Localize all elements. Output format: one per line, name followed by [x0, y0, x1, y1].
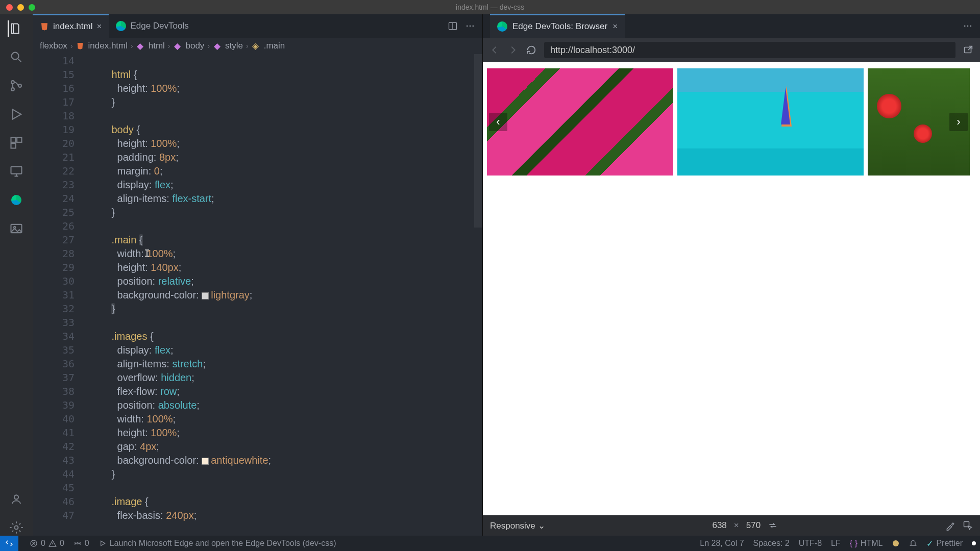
inspect-element-icon[interactable]	[963, 520, 973, 531]
editor-tabs: index.html × Edge DevTools	[33, 14, 482, 38]
launch-edge-hint[interactable]: Launch Microsoft Edge and open the Edge …	[99, 539, 336, 548]
browser-viewport[interactable]: ‹ ›	[483, 62, 980, 515]
breadcrumb[interactable]: flexbox› index.html› ◆html› ◆body› ◆styl…	[33, 38, 482, 54]
svg-point-14	[470, 26, 471, 27]
eol[interactable]: LF	[831, 539, 841, 548]
extensions-icon[interactable]	[8, 135, 24, 151]
cursor-position[interactable]: Ln 28, Col 7	[700, 539, 744, 548]
breadcrumb-item[interactable]: html	[149, 41, 165, 51]
svg-point-1	[11, 81, 14, 84]
image-icon[interactable]	[8, 220, 24, 237]
svg-rect-4	[11, 138, 16, 142]
chevron-right-icon: ›	[70, 42, 73, 50]
viewport-width[interactable]: 638	[712, 520, 726, 531]
tab-label: index.html	[53, 21, 92, 32]
devtools-tabs: Edge DevTools: Browser ×	[483, 14, 980, 38]
editor-tab-actions	[448, 21, 482, 31]
svg-point-17	[967, 26, 969, 27]
minimize-window-button[interactable]	[17, 4, 24, 11]
nav-forward-icon[interactable]	[507, 44, 519, 56]
run-debug-icon[interactable]	[8, 106, 24, 122]
edge-icon	[116, 21, 126, 31]
problems-button[interactable]: 0 0	[30, 539, 64, 548]
prettier-dot[interactable]	[972, 541, 976, 545]
tab-edge-devtools[interactable]: Edge DevTools	[109, 14, 195, 38]
prettier-status[interactable]: ✓ Prettier	[926, 539, 963, 548]
image-item[interactable]	[677, 68, 864, 176]
edge-icon	[497, 21, 507, 32]
prev-chevron-icon[interactable]: ‹	[489, 113, 507, 131]
traffic-lights	[6, 4, 35, 11]
explorer-icon[interactable]	[8, 20, 24, 37]
search-icon[interactable]	[8, 49, 24, 65]
encoding[interactable]: UTF-8	[799, 539, 822, 548]
activity-bar	[0, 14, 33, 536]
svg-point-15	[473, 26, 474, 27]
nav-back-icon[interactable]	[489, 44, 500, 56]
close-window-button[interactable]	[6, 4, 13, 11]
tab-label: Edge DevTools: Browser	[512, 21, 607, 32]
zoom-window-button[interactable]	[29, 4, 35, 11]
tab-index-html[interactable]: index.html ×	[33, 14, 109, 38]
breadcrumb-item[interactable]: index.html	[88, 41, 128, 51]
svg-rect-7	[11, 167, 22, 174]
reload-icon[interactable]	[526, 44, 537, 56]
breadcrumb-item[interactable]: body	[186, 41, 205, 51]
accounts-icon[interactable]	[8, 491, 24, 507]
rotate-icon[interactable]	[768, 520, 778, 531]
remote-indicator[interactable]	[0, 536, 18, 551]
svg-point-13	[467, 26, 468, 27]
next-chevron-icon[interactable]: ›	[949, 113, 968, 131]
window-title: index.html — dev-css	[456, 3, 524, 11]
feedback-icon[interactable]	[892, 539, 900, 547]
ports-button[interactable]: 0	[74, 539, 89, 548]
language-mode[interactable]: { } HTML	[850, 539, 883, 548]
editor-pane: index.html × Edge DevTools flexbox› inde…	[33, 14, 483, 536]
more-actions-icon[interactable]	[465, 21, 475, 31]
more-actions-icon[interactable]	[963, 21, 973, 31]
status-bar: 0 0 0 Launch Microsoft Edge and open the…	[0, 536, 980, 551]
split-editor-icon[interactable]	[448, 21, 458, 31]
chevron-right-icon: ›	[207, 42, 210, 50]
image-item[interactable]: ›	[868, 68, 970, 176]
window-titlebar: index.html — dev-css	[0, 0, 980, 14]
svg-point-3	[18, 84, 21, 87]
image-row: ‹ ›	[487, 68, 970, 176]
close-tab-icon[interactable]: ×	[96, 21, 102, 32]
tab-devtools-browser[interactable]: Edge DevTools: Browser ×	[490, 14, 625, 38]
editor-split: index.html × Edge DevTools flexbox› inde…	[33, 14, 980, 536]
svg-point-0	[12, 53, 19, 60]
svg-point-23	[893, 540, 899, 546]
breadcrumb-item[interactable]: .main	[264, 41, 285, 51]
text-cursor: 𝙸	[144, 247, 150, 259]
svg-rect-8	[11, 224, 22, 233]
open-external-icon[interactable]	[963, 44, 974, 56]
breadcrumb-item[interactable]: flexbox	[40, 41, 67, 51]
svg-point-2	[11, 88, 14, 91]
source-control-icon[interactable]	[8, 78, 24, 94]
settings-gear-icon[interactable]	[8, 519, 24, 536]
notifications-icon[interactable]	[909, 539, 917, 547]
breadcrumb-item[interactable]: style	[225, 41, 243, 51]
close-tab-icon[interactable]: ×	[612, 21, 618, 32]
svg-point-22	[77, 543, 78, 544]
svg-rect-6	[11, 143, 16, 148]
chevron-right-icon: ›	[168, 42, 170, 50]
svg-point-18	[970, 26, 972, 27]
color-picker-icon[interactable]	[945, 520, 955, 531]
remote-explorer-icon[interactable]	[8, 163, 24, 180]
chevron-right-icon: ›	[131, 42, 133, 50]
devtools-footer: Responsive ⌄ 638 × 570	[483, 515, 980, 536]
viewport-height[interactable]: 570	[746, 520, 761, 531]
code-editor[interactable]: 14 15 html {16 height: 100%;17 }18 19 bo…	[33, 54, 482, 536]
url-input[interactable]: http://localhost:3000/	[544, 42, 955, 58]
devtools-pane: Edge DevTools: Browser × http://localhos…	[483, 14, 980, 536]
indentation[interactable]: Spaces: 2	[753, 539, 790, 548]
browser-toolbar: http://localhost:3000/	[483, 38, 980, 62]
svg-rect-5	[17, 138, 21, 142]
edge-tools-icon[interactable]	[8, 192, 24, 208]
svg-point-10	[14, 495, 18, 499]
device-selector[interactable]: Responsive ⌄	[490, 520, 545, 531]
svg-point-16	[964, 26, 966, 27]
image-item[interactable]: ‹	[487, 68, 673, 176]
